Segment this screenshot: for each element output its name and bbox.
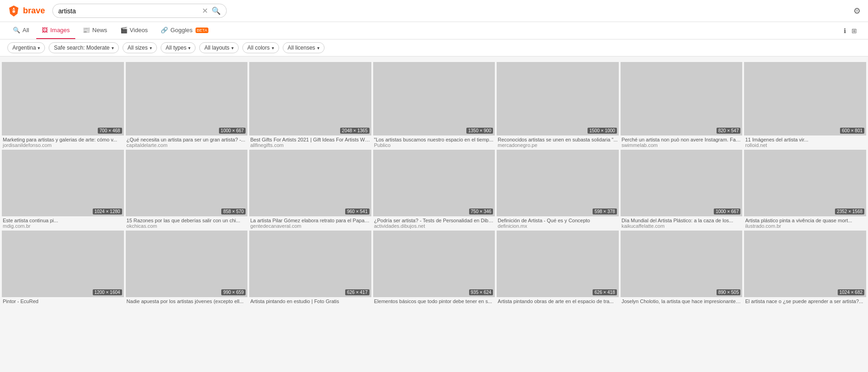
image-dimensions: 600 × 801 bbox=[840, 128, 864, 134]
tab-images[interactable]: 🖼 Images bbox=[36, 22, 75, 39]
image-caption: "Los artistas buscamos nuestro espacio e… bbox=[373, 137, 495, 142]
image-dimensions: 1350 × 900 bbox=[466, 128, 493, 134]
image-dimensions: 2352 × 1568 bbox=[835, 209, 864, 214]
image-caption: 15 Razones por las que deberías salir co… bbox=[126, 218, 248, 223]
image-item: 935 × 624Elementos básicos que todo pint… bbox=[373, 231, 495, 304]
image-item: 598 × 378Definición de Artista - Qué es … bbox=[497, 150, 619, 229]
image-item: 1500 × 1000Reconocidos artistas se unen … bbox=[497, 62, 619, 148]
tab-goggles-label: Goggles bbox=[170, 27, 192, 34]
tab-news-label: News bbox=[92, 27, 107, 34]
search-input[interactable] bbox=[58, 7, 198, 15]
image-dimensions: 626 × 417 bbox=[345, 289, 370, 295]
tab-goggles[interactable]: 🔗 Goggles BETA bbox=[155, 22, 214, 39]
info-icon[interactable]: ℹ bbox=[844, 27, 846, 34]
image-source: gentedecanaveral.com bbox=[249, 223, 371, 229]
image-dimensions: 1024 × 682 bbox=[838, 289, 864, 295]
image-source: okchicas.com bbox=[126, 223, 248, 229]
image-thumbnail[interactable]: 935 × 624 bbox=[373, 231, 495, 297]
image-dimensions: 598 × 378 bbox=[593, 209, 617, 214]
image-dimensions: 1200 × 1604 bbox=[93, 289, 122, 295]
image-thumbnail[interactable]: 2352 × 1568 bbox=[744, 150, 866, 216]
image-caption: Perché un artista non può non avere Inst… bbox=[621, 137, 743, 142]
image-dimensions: 750 × 346 bbox=[469, 209, 493, 214]
logo: brave bbox=[7, 5, 45, 17]
filter-region[interactable]: Argentina ▾ bbox=[7, 42, 45, 53]
image-thumbnail[interactable]: 626 × 418 bbox=[497, 231, 619, 297]
image-thumbnail[interactable]: 2048 × 1365 bbox=[249, 62, 371, 135]
image-item: 858 × 57015 Razones por las que deberías… bbox=[126, 150, 248, 229]
tab-videos[interactable]: 🎬 Videos bbox=[115, 22, 154, 39]
image-thumbnail[interactable]: 858 × 570 bbox=[126, 150, 248, 216]
image-thumbnail[interactable]: 1200 × 1604 bbox=[2, 231, 124, 297]
image-item: 1024 × 1280Este artista continua pi...md… bbox=[2, 150, 124, 229]
image-row-3: 1200 × 1604Pintor - EcuRed990 × 659Nadie… bbox=[0, 231, 868, 304]
image-source: mercadonegro.pe bbox=[497, 142, 619, 148]
image-item: 600 × 80111 Imágenes del artista vir...r… bbox=[744, 62, 866, 148]
filter-safe-search-chevron-icon: ▾ bbox=[112, 45, 114, 51]
tab-all[interactable]: 🔍 All bbox=[7, 22, 34, 39]
image-thumbnail[interactable]: 1000 × 667 bbox=[126, 62, 248, 135]
tab-news[interactable]: 📰 News bbox=[77, 22, 113, 39]
image-thumbnail[interactable]: 820 × 547 bbox=[621, 62, 743, 135]
image-dimensions: 1000 × 667 bbox=[714, 209, 740, 214]
images-tab-icon: 🖼 bbox=[42, 27, 48, 34]
image-thumbnail[interactable]: 960 × 541 bbox=[249, 150, 371, 216]
image-thumbnail[interactable]: 598 × 378 bbox=[497, 150, 619, 216]
image-item: 1200 × 1604Pintor - EcuRed bbox=[2, 231, 124, 304]
filter-layout[interactable]: All layouts ▾ bbox=[199, 42, 239, 53]
image-caption: Best Gifts For Artists 2021 | Gift Ideas… bbox=[249, 137, 371, 142]
tab-images-label: Images bbox=[50, 27, 70, 34]
search-bar[interactable]: ✕ 🔍 bbox=[52, 4, 227, 18]
image-dimensions: 960 × 541 bbox=[345, 209, 370, 214]
svg-point-0 bbox=[12, 10, 15, 13]
image-thumbnail[interactable]: 750 × 346 bbox=[373, 150, 495, 216]
image-item: 1350 × 900"Los artistas buscamos nuestro… bbox=[373, 62, 495, 148]
image-thumbnail[interactable]: 700 × 468 bbox=[2, 62, 124, 135]
image-thumbnail[interactable]: 600 × 801 bbox=[744, 62, 866, 135]
filter-region-label: Argentina bbox=[12, 45, 36, 51]
image-item: 820 × 547Perché un artista non può non a… bbox=[621, 62, 743, 148]
image-caption: ¿Podría ser artista? - Tests de Personal… bbox=[373, 218, 495, 223]
image-item: 626 × 418Artista pintando obras de arte … bbox=[497, 231, 619, 304]
image-caption: El artista nace o ¿se puede aprender a s… bbox=[744, 299, 866, 304]
header: brave ✕ 🔍 ⚙ bbox=[0, 0, 868, 22]
image-thumbnail[interactable]: 1024 × 682 bbox=[744, 231, 866, 297]
goggles-beta-badge: BETA bbox=[196, 28, 209, 33]
header-right: ⚙ bbox=[853, 6, 861, 16]
image-source: Publico bbox=[373, 142, 495, 148]
filter-color-chevron-icon: ▾ bbox=[272, 45, 274, 51]
filter-license[interactable]: All licenses ▾ bbox=[283, 42, 325, 53]
filter-type-chevron-icon: ▾ bbox=[188, 45, 190, 51]
all-tab-icon: 🔍 bbox=[13, 27, 20, 34]
image-dimensions: 1000 × 667 bbox=[219, 128, 246, 134]
image-caption: Este artista continua pi... bbox=[2, 218, 124, 223]
image-thumbnail[interactable]: 890 × 505 bbox=[621, 231, 743, 297]
image-caption: Artista plástico pinta a vivência de qua… bbox=[744, 218, 866, 223]
image-thumbnail[interactable]: 990 × 659 bbox=[126, 231, 248, 297]
image-caption: Nadie apuesta por los artistas jóvenes (… bbox=[126, 299, 248, 304]
filter-type[interactable]: All types ▾ bbox=[161, 42, 196, 53]
filter-size[interactable]: All sizes ▾ bbox=[123, 42, 157, 53]
image-item: 1024 × 682El artista nace o ¿se puede ap… bbox=[744, 231, 866, 304]
image-item: 750 × 346¿Podría ser artista? - Tests de… bbox=[373, 150, 495, 229]
image-source: jordisanildefonso.com bbox=[2, 142, 124, 148]
settings-icon[interactable]: ⚙ bbox=[853, 6, 861, 16]
image-dimensions: 700 × 468 bbox=[98, 128, 122, 134]
image-thumbnail[interactable]: 1350 × 900 bbox=[373, 62, 495, 135]
image-thumbnail[interactable]: 626 × 417 bbox=[249, 231, 371, 297]
brave-logo-icon bbox=[7, 5, 20, 17]
image-row-1: 700 × 468Marketing para artistas y galer… bbox=[0, 62, 868, 148]
tab-all-label: All bbox=[22, 27, 29, 34]
image-caption: ¿Qué necesita un artista para ser un gra… bbox=[126, 137, 248, 142]
image-row-2: 1024 × 1280Este artista continua pi...md… bbox=[0, 150, 868, 229]
image-thumbnail[interactable]: 1024 × 1280 bbox=[2, 150, 124, 216]
clear-search-button[interactable]: ✕ bbox=[202, 6, 208, 15]
filter-color[interactable]: All colors ▾ bbox=[242, 42, 279, 53]
filter-color-label: All colors bbox=[247, 45, 270, 51]
filter-safe-search[interactable]: Safe search: Moderate ▾ bbox=[49, 42, 118, 53]
image-thumbnail[interactable]: 1500 × 1000 bbox=[497, 62, 619, 135]
image-caption: Artista pintando obras de arte en el esp… bbox=[497, 299, 619, 304]
share-icon[interactable]: ⊞ bbox=[851, 27, 857, 34]
image-thumbnail[interactable]: 1000 × 667 bbox=[621, 150, 743, 216]
search-icon[interactable]: 🔍 bbox=[212, 6, 221, 15]
